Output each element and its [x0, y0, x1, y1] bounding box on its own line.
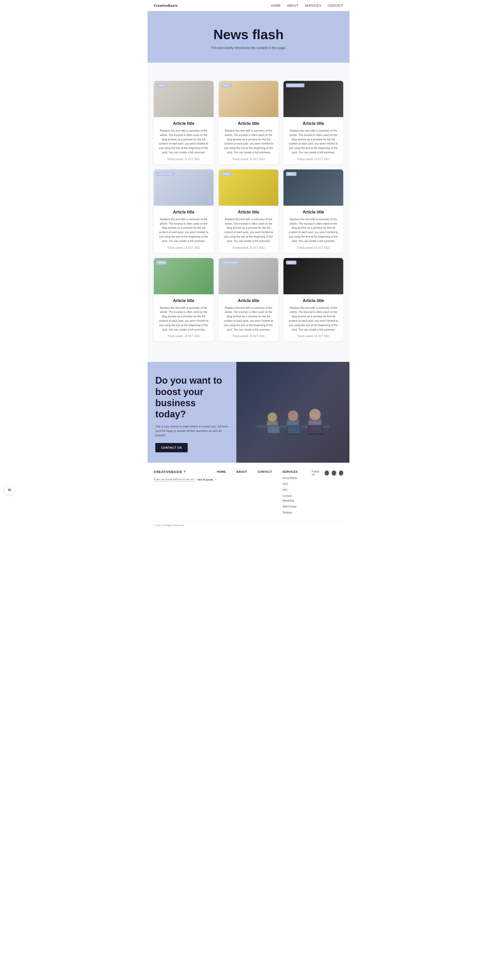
nav-link-services[interactable]: SERVICES	[305, 4, 321, 8]
article-meta: Timoty powell, 15 OCT 2022	[157, 247, 210, 249]
article-content: Article title Replace this text with a s…	[154, 117, 214, 164]
footer-bottom: © 2022 All Rights Reserved.	[154, 521, 343, 527]
contact-us-button[interactable]: CONTACT US	[155, 443, 188, 452]
footer-follow-row: Follow us:f●t	[312, 470, 343, 476]
footer-col-heading: SERVICES	[283, 470, 301, 473]
article-summary: Replace this text with a summary of the …	[222, 306, 275, 332]
article-image-wrap: CASE STUDY	[283, 81, 343, 117]
article-content: Article title Replace this text with a s…	[219, 206, 278, 253]
footer-logo-area: CREATIVEBASIS 📍 YES PLEASE →	[154, 470, 217, 482]
footer: CREATIVEBASIS 📍 YES PLEASE → HOMEABOUTCO…	[148, 463, 349, 531]
nav-link-home[interactable]: HOME	[271, 4, 281, 8]
article-image-wrap: CASE STUDY	[154, 169, 214, 206]
nav-logo: CreativeBasis	[154, 4, 178, 8]
article-summary: Replace this text with a summary of the …	[287, 129, 340, 155]
article-image-wrap: NEWS	[283, 258, 343, 294]
cta-overlay	[237, 362, 349, 463]
footer-col-heading: CONTACT	[257, 470, 272, 473]
article-meta: Timoty powell, 15 OCT 2022	[222, 247, 275, 249]
footer-link[interactable]: Strategy	[283, 511, 292, 514]
footer-top: CREATIVEBASIS 📍 YES PLEASE → HOMEABOUTCO…	[154, 470, 343, 516]
article-meta: Timoty powell, 15 OCT 2022	[287, 335, 340, 337]
article-meta: Timoty powell, 15 OCT 2022	[157, 335, 210, 337]
navbar: CreativeBasis HOMEABOUTSERVICESCONTACT	[148, 0, 349, 11]
article-title: Article title	[287, 210, 340, 215]
article-summary: Replace this text with a summary of the …	[222, 217, 275, 243]
article-content: Article title Replace this text with a s…	[219, 117, 278, 164]
article-card: NEWS Article title Replace this text wit…	[283, 169, 343, 253]
article-summary: Replace this text with a summary of the …	[287, 306, 340, 332]
article-summary: Replace this text with a summary of the …	[287, 217, 340, 243]
article-title: Article title	[222, 210, 275, 215]
cta-right-image	[237, 362, 349, 463]
cta-body: This is your chance to invite visitors t…	[155, 424, 229, 437]
follow-label: Follow us:	[312, 470, 322, 476]
svg-rect-13	[308, 421, 321, 425]
footer-col-heading: HOME	[217, 470, 226, 473]
twitter-icon[interactable]: t	[339, 471, 343, 476]
article-image-wrap: NEWS	[154, 81, 214, 117]
svg-point-7	[288, 410, 298, 421]
nav-links: HOMEABOUTSERVICESCONTACT	[271, 3, 343, 8]
pinterest-icon[interactable]: ●	[332, 471, 336, 476]
footer-link[interactable]: PPC	[283, 488, 288, 492]
hero-title: News flash	[153, 27, 344, 42]
article-card: NEWS Article title Replace this text wit…	[219, 81, 278, 164]
footer-email-button[interactable]: YES PLEASE →	[197, 478, 217, 481]
article-title: Article title	[287, 121, 340, 126]
footer-follow-col: Follow us:f●t	[312, 470, 343, 516]
svg-rect-5	[268, 426, 279, 433]
people-illustration	[252, 379, 335, 446]
article-title: Article title	[287, 298, 340, 303]
article-badge: NEWS	[221, 83, 232, 87]
article-content: Article title Replace this text with a s…	[283, 206, 343, 253]
article-card: CASE STUDY Article title Replace this te…	[283, 81, 343, 164]
article-image-wrap: CASE STUDY	[219, 258, 278, 294]
nav-link-contact[interactable]: CONTACT	[327, 4, 343, 8]
footer-link[interactable]: Web Design	[283, 505, 296, 508]
article-meta: Timoty powell, 15 OCT 2022	[222, 158, 275, 161]
svg-rect-10	[287, 426, 300, 434]
hero-subtitle: This text briefly introduces the content…	[153, 46, 344, 50]
copyright: © 2022 All Rights Reserved.	[154, 524, 184, 527]
article-badge: CASE STUDY	[286, 83, 305, 87]
footer-nav-columns: HOMEABOUTCONTACTSERVICESSocial MediaCEOP…	[217, 470, 343, 516]
article-badge: CASE STUDY	[156, 172, 175, 176]
article-content: Article title Replace this text with a s…	[283, 294, 343, 341]
article-title: Article title	[157, 210, 210, 215]
article-summary: Replace this text with a summary of the …	[157, 129, 210, 155]
facebook-icon[interactable]: f	[325, 471, 329, 476]
svg-rect-3	[267, 422, 278, 425]
svg-point-2	[268, 412, 277, 422]
article-image-wrap: NEWS	[219, 81, 278, 117]
article-badge: CASE STUDY	[221, 261, 240, 264]
article-meta: Timoty powell, 15 OCT 2022	[222, 335, 275, 337]
article-content: Article title Replace this text with a s…	[219, 294, 278, 341]
article-badge: NEWS	[286, 261, 296, 264]
article-content: Article title Replace this text with a s…	[283, 117, 343, 164]
footer-link[interactable]: Social Media	[283, 477, 297, 479]
nav-link-about[interactable]: ABOUT	[287, 4, 299, 8]
article-image-wrap: NEWS	[283, 169, 343, 206]
articles-section: NEWS Article title Replace this text wit…	[148, 70, 349, 352]
article-title: Article title	[157, 121, 210, 126]
article-card: CASE STUDY Article title Replace this te…	[154, 169, 214, 253]
article-summary: Replace this text with a summary of the …	[157, 217, 210, 243]
footer-link[interactable]: Content Marketing	[283, 495, 294, 502]
article-image-wrap: NEWS	[154, 258, 214, 294]
article-badge: NEWS	[286, 172, 296, 176]
article-title: Article title	[222, 298, 275, 303]
article-card: NEWS Article title Replace this text wit…	[283, 258, 343, 341]
cta-section: Do you want to boost your business today…	[148, 362, 349, 463]
article-meta: Timoty powell, 15 OCT 2022	[157, 158, 210, 161]
svg-rect-8	[287, 421, 299, 425]
footer-link[interactable]: CEO	[283, 483, 288, 485]
footer-email-input[interactable]	[154, 477, 195, 482]
footer-email-row: YES PLEASE →	[154, 477, 217, 482]
article-badge: NEWS	[156, 261, 167, 264]
cta-left: Do you want to boost your business today…	[148, 362, 237, 463]
article-image-wrap: NEWS	[219, 169, 278, 206]
arrow-icon: →	[214, 478, 217, 481]
article-card: NEWS Article title Replace this text wit…	[154, 258, 214, 341]
article-badge: NEWS	[156, 83, 167, 87]
